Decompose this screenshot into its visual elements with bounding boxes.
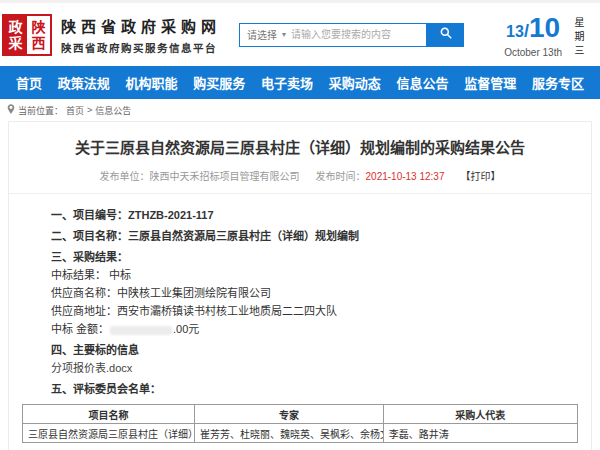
publisher: 发布单位：陕西中天禾招标项目管理有限公司	[100, 168, 300, 183]
date-numbers: 13/10 October 13th	[504, 14, 562, 58]
logo-char: 西	[32, 35, 46, 51]
nav-item-8[interactable]: 服务专区	[532, 73, 584, 92]
site-logo: 政 采 陕 西	[2, 14, 52, 56]
site-subtitle: 陕西省政府购买服务信息平台	[61, 40, 221, 55]
search-select-label: 请选择	[247, 27, 277, 42]
table-cell: 三原县自然资源局三原县村庄（详细）规划编制	[23, 424, 195, 443]
attachment-link[interactable]: 分项报价表.docx	[51, 361, 549, 375]
search-button[interactable]	[427, 23, 464, 47]
date-day: 13	[506, 23, 524, 40]
date-widget: 13/10 October 13th 星期三	[504, 10, 592, 59]
table-cell: 李磊、路井涛	[383, 424, 577, 443]
date-day-month: 13/10	[504, 14, 562, 46]
breadcrumb-current-link[interactable]: 信息公告	[95, 104, 131, 117]
date-english: October 13th	[504, 47, 562, 58]
site-header: 政 采 陕 西 陕西省政府采购网 陕西省政府购买服务信息平台 请选择 ▾	[0, 0, 600, 66]
article-title: 关于三原县自然资源局三原县村庄（详细）规划编制的采购结果公告	[9, 136, 591, 157]
table-header-cell: 专家	[195, 405, 384, 424]
redacted-amount	[110, 326, 172, 335]
article-paragraph: 供应商名称：中陕核工业集团测绘院有限公司	[51, 286, 549, 300]
breadcrumb-home-link[interactable]: 首页	[66, 104, 84, 117]
table-row: 三原县自然资源局三原县村庄（详细）规划编制崔芳芳、杜晓丽、魏晓英、吴枫彩、余杨文…	[23, 424, 578, 443]
date-month: 10	[529, 12, 560, 43]
table-header-row: 项目名称专家采购人代表	[23, 405, 578, 424]
nav-item-0[interactable]: 首页	[16, 73, 42, 92]
search-bar: 请选择 ▾	[239, 23, 464, 47]
breadcrumb: 当前位置： 首页 > 信息公告	[0, 99, 600, 121]
chevron-down-icon: ▾	[282, 30, 286, 39]
location-pin-icon	[7, 104, 15, 117]
publish-time-value: 2021-10-13 12:37	[366, 171, 445, 182]
main-nav: 首页政策法规机构职能购买服务电子卖场采购动态信息公告监督管理服务专区	[0, 66, 600, 99]
article-paragraph: 二、项目名称：三原县自然资源局三原县村庄（详细）规划编制	[51, 229, 549, 243]
date-weekday: 星期三	[571, 14, 586, 59]
article-paragraph: 中标结果： 中标	[51, 268, 549, 282]
article-container: 关于三原县自然资源局三原县村庄（详细）规划编制的采购结果公告 发布单位：陕西中天…	[8, 121, 592, 450]
nav-item-2[interactable]: 机构职能	[125, 73, 177, 92]
article-paragraph: 五、评标委员会名单：	[51, 382, 549, 396]
committee-table: 项目名称专家采购人代表 三原县自然资源局三原县村庄（详细）规划编制崔芳芳、杜晓丽…	[22, 404, 578, 443]
nav-item-5[interactable]: 采购动态	[329, 73, 381, 92]
article-paragraph: 四、主要标的信息	[51, 343, 549, 357]
article-paragraph: 供应商地址：西安市灞桥镇读书村核工业地质局二二四大队	[51, 304, 549, 318]
nav-item-3[interactable]: 购买服务	[193, 73, 245, 92]
site-titles: 陕西省政府采购网 陕西省政府购买服务信息平台	[61, 15, 221, 55]
logo-left-column: 政 采	[4, 16, 27, 54]
article-paragraph: 一、项目编号：ZTHZB-2021-117	[51, 208, 549, 222]
logo-right-column: 陕 西	[27, 16, 50, 54]
logo-char: 采	[9, 35, 23, 51]
table-header-cell: 采购人代表	[383, 405, 577, 424]
print-button[interactable]: 【打印】	[460, 168, 500, 183]
article-body: 一、项目编号：ZTHZB-2021-117二、项目名称：三原县自然资源局三原县村…	[9, 194, 591, 396]
site-name: 陕西省政府采购网	[61, 15, 221, 36]
nav-item-1[interactable]: 政策法规	[58, 73, 110, 92]
breadcrumb-separator: >	[87, 105, 92, 115]
article-paragraph: 中标 金额：.00元	[51, 322, 549, 336]
nav-item-7[interactable]: 监督管理	[464, 73, 516, 92]
magnifier-icon	[439, 26, 453, 43]
breadcrumb-label: 当前位置：	[18, 104, 63, 117]
logo-char: 政	[9, 19, 23, 35]
article-meta: 发布单位：陕西中天禾招标项目管理有限公司 发布时间：2021-10-13 12:…	[9, 168, 591, 194]
table-cell: 崔芳芳、杜晓丽、魏晓英、吴枫彩、余杨文	[195, 424, 384, 443]
search-category-select[interactable]: 请选择 ▾	[240, 27, 291, 42]
search-box: 请选择 ▾	[239, 23, 427, 47]
logo-char: 陕	[32, 19, 46, 35]
publish-time: 发布时间：2021-10-13 12:37	[316, 168, 445, 183]
nav-item-4[interactable]: 电子卖场	[261, 73, 313, 92]
search-input[interactable]	[291, 29, 426, 40]
table-header-cell: 项目名称	[23, 405, 195, 424]
article-paragraph: 三、采购结果：	[51, 250, 549, 264]
nav-item-6[interactable]: 信息公告	[396, 73, 448, 92]
